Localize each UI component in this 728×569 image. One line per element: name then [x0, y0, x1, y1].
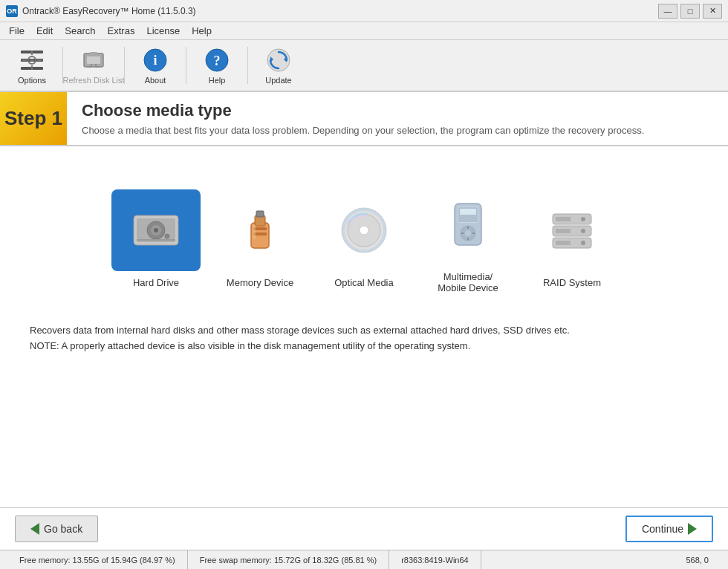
- svg-rect-50: [556, 241, 571, 245]
- svg-rect-40: [467, 238, 469, 240]
- close-button[interactable]: ✕: [703, 4, 722, 19]
- svg-rect-25: [256, 211, 264, 217]
- media-item-multimedia-mobile[interactable]: Multimedia/Mobile Device: [423, 183, 513, 293]
- refresh-icon: [79, 46, 108, 74]
- app-icon: OR: [6, 5, 18, 17]
- memory-device-label: Memory Device: [227, 277, 293, 288]
- toolbar-sep-4: [247, 47, 248, 84]
- help-button[interactable]: ? Help: [191, 42, 243, 88]
- svg-point-32: [360, 226, 368, 235]
- options-label: Options: [18, 76, 46, 85]
- svg-point-21: [165, 234, 169, 238]
- media-type-grid: Hard Drive Memory Device: [15, 183, 713, 293]
- step-header: Step 1 Choose media type Choose a media …: [0, 92, 728, 146]
- media-item-memory-device[interactable]: Memory Device: [215, 189, 305, 288]
- hard-drive-icon-wrap: [111, 189, 201, 271]
- svg-text:i: i: [153, 53, 157, 68]
- raid-system-label: RAID System: [543, 277, 601, 288]
- svg-point-51: [581, 241, 585, 245]
- back-arrow-icon: [30, 523, 39, 535]
- status-swap: Free swap memory: 15.72G of 18.32G (85.8…: [188, 550, 389, 569]
- svg-point-5: [30, 59, 33, 62]
- step-description: Choose a media that best fits your data …: [82, 125, 644, 136]
- menu-edit[interactable]: Edit: [30, 24, 59, 38]
- main-content: Hard Drive Memory Device: [0, 146, 728, 507]
- menubar: File Edit Search Extras License Help: [0, 22, 728, 40]
- refresh-button[interactable]: Refresh Disk List: [68, 42, 120, 88]
- help-label: Help: [209, 76, 226, 85]
- raid-system-icon-wrap: [527, 189, 617, 271]
- svg-point-38: [465, 230, 471, 236]
- titlebar-left: OR Ontrack® EasyRecovery™ Home (11.5.0.3…: [6, 5, 196, 17]
- go-back-button[interactable]: Go back: [15, 516, 98, 542]
- options-button[interactable]: Options: [6, 42, 58, 88]
- update-button[interactable]: Update: [253, 42, 305, 88]
- optical-media-icon: [334, 201, 394, 260]
- multimedia-mobile-icon: [438, 195, 498, 254]
- minimize-button[interactable]: —: [658, 4, 677, 19]
- continue-label: Continue: [642, 523, 683, 535]
- multimedia-mobile-label: Multimedia/Mobile Device: [438, 271, 498, 293]
- toolbar-sep-3: [186, 47, 186, 84]
- statusbar: Free memory: 13.55G of 15.94G (84.97 %) …: [0, 550, 728, 569]
- hard-drive-label: Hard Drive: [133, 277, 179, 288]
- continue-button[interactable]: Continue: [625, 516, 713, 542]
- svg-point-20: [154, 228, 158, 233]
- memory-device-icon: [230, 201, 290, 260]
- raid-system-icon: [542, 201, 602, 260]
- svg-point-48: [581, 229, 585, 233]
- step-content: Choose media type Choose a media that be…: [67, 92, 659, 145]
- toolbar: Options Refresh Disk List i About: [0, 40, 728, 92]
- status-build: r8363:8419-Win64: [389, 550, 481, 569]
- multimedia-mobile-icon-wrap: [423, 183, 513, 265]
- titlebar: OR Ontrack® EasyRecovery™ Home (11.5.0.3…: [0, 0, 728, 22]
- go-back-label: Go back: [44, 523, 82, 535]
- optical-media-icon-wrap: [319, 189, 409, 271]
- desc-line2: NOTE: A properly attached device is also…: [30, 339, 698, 354]
- menu-help[interactable]: Help: [186, 24, 218, 38]
- maximize-button[interactable]: □: [680, 4, 700, 19]
- refresh-label: Refresh Disk List: [62, 76, 124, 85]
- svg-rect-36: [460, 209, 476, 215]
- svg-rect-28: [253, 224, 256, 239]
- help-icon: ?: [202, 46, 232, 74]
- menu-extras[interactable]: Extras: [102, 24, 141, 38]
- titlebar-controls: — □ ✕: [658, 4, 722, 19]
- hard-drive-icon: [126, 201, 186, 260]
- svg-rect-22: [137, 239, 175, 241]
- svg-rect-42: [472, 233, 475, 234]
- svg-rect-7: [87, 56, 100, 64]
- window-title: Ontrack® EasyRecovery™ Home (11.5.0.3): [22, 6, 196, 16]
- update-label: Update: [265, 76, 291, 85]
- continue-arrow-icon: [688, 523, 697, 535]
- svg-rect-8: [90, 52, 97, 55]
- about-button[interactable]: i About: [129, 42, 181, 88]
- svg-rect-44: [556, 217, 571, 221]
- media-item-raid-system[interactable]: RAID System: [527, 189, 617, 288]
- status-memory: Free memory: 13.55G of 15.94G (84.97 %): [7, 550, 188, 569]
- memory-device-icon-wrap: [215, 189, 305, 271]
- svg-text:?: ?: [214, 53, 221, 68]
- update-icon: [264, 46, 293, 74]
- menu-search[interactable]: Search: [59, 24, 101, 38]
- desc-line1: Recovers data from internal hard disks a…: [30, 323, 698, 339]
- status-coords: 568, 0: [674, 550, 721, 569]
- svg-rect-41: [461, 233, 464, 234]
- toolbar-sep-2: [124, 47, 125, 84]
- options-icon: [17, 46, 47, 74]
- media-description: Recovers data from internal hard disks a…: [15, 316, 713, 362]
- footer-buttons: Go back Continue: [0, 507, 728, 550]
- svg-point-45: [581, 217, 585, 221]
- svg-rect-47: [556, 229, 571, 233]
- step-title: Choose media type: [82, 101, 644, 120]
- menu-license[interactable]: License: [140, 24, 186, 38]
- menu-file[interactable]: File: [3, 24, 30, 38]
- media-item-optical-media[interactable]: Optical Media: [319, 189, 409, 288]
- about-icon: i: [140, 46, 170, 74]
- about-label: About: [145, 76, 166, 85]
- svg-rect-39: [467, 227, 469, 229]
- optical-media-label: Optical Media: [334, 277, 393, 288]
- media-item-hard-drive[interactable]: Hard Drive: [111, 189, 201, 288]
- step-number: Step 1: [0, 92, 67, 145]
